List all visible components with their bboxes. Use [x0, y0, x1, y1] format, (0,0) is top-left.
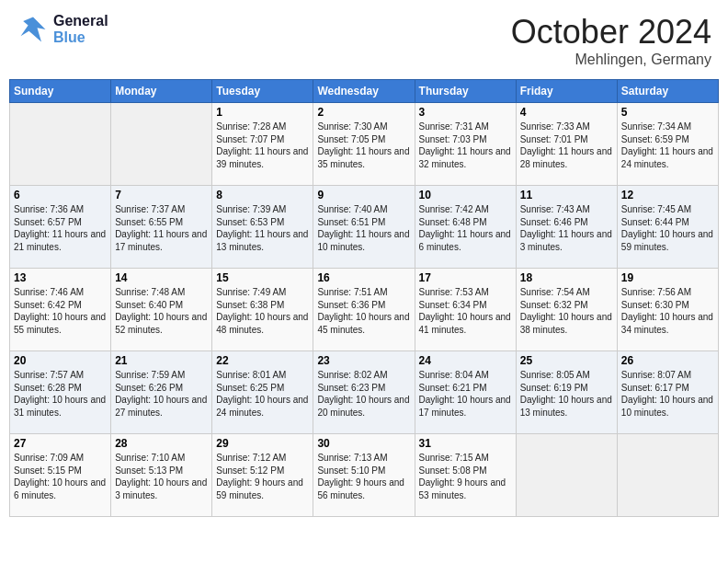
day-info: Sunrise: 7:51 AMSunset: 6:36 PMDaylight:… — [317, 286, 410, 336]
calendar-body: 1Sunrise: 7:28 AMSunset: 7:07 PMDaylight… — [10, 103, 719, 517]
table-row: 4Sunrise: 7:33 AMSunset: 7:01 PMDaylight… — [516, 103, 617, 186]
day-info: Sunrise: 7:46 AMSunset: 6:42 PMDaylight:… — [14, 286, 107, 336]
day-number: 16 — [317, 271, 410, 284]
svg-marker-0 — [21, 17, 46, 42]
table-row: 28Sunrise: 7:10 AMSunset: 5:13 PMDayligh… — [111, 434, 212, 517]
table-row: 6Sunrise: 7:36 AMSunset: 6:57 PMDaylight… — [10, 186, 111, 269]
week-row-1: 1Sunrise: 7:28 AMSunset: 7:07 PMDaylight… — [10, 103, 719, 186]
table-row: 12Sunrise: 7:45 AMSunset: 6:44 PMDayligh… — [617, 186, 718, 269]
day-info: Sunrise: 7:30 AMSunset: 7:05 PMDaylight:… — [317, 121, 410, 170]
day-number: 7 — [115, 189, 208, 201]
table-row: 9Sunrise: 7:40 AMSunset: 6:51 PMDaylight… — [313, 186, 415, 269]
day-number: 26 — [621, 354, 714, 367]
day-info: Sunrise: 8:04 AMSunset: 6:21 PMDaylight:… — [419, 369, 512, 419]
week-row-5: 27Sunrise: 7:09 AMSunset: 5:15 PMDayligh… — [10, 434, 719, 517]
col-friday: Friday — [516, 80, 617, 103]
day-number: 27 — [14, 437, 107, 450]
day-number: 4 — [520, 106, 613, 119]
day-number: 1 — [216, 106, 309, 119]
day-info: Sunrise: 7:34 AMSunset: 6:59 PMDaylight:… — [621, 121, 714, 170]
day-info: Sunrise: 7:39 AMSunset: 6:53 PMDaylight:… — [216, 203, 309, 253]
table-row: 24Sunrise: 8:04 AMSunset: 6:21 PMDayligh… — [415, 351, 516, 434]
day-info: Sunrise: 7:28 AMSunset: 7:07 PMDaylight:… — [216, 121, 309, 170]
day-number: 25 — [520, 354, 613, 367]
day-info: Sunrise: 7:40 AMSunset: 6:51 PMDaylight:… — [317, 203, 410, 253]
day-info: Sunrise: 7:48 AMSunset: 6:40 PMDaylight:… — [115, 286, 208, 336]
day-info: Sunrise: 7:42 AMSunset: 6:48 PMDaylight:… — [419, 203, 512, 253]
table-row — [617, 434, 718, 517]
location-subtitle: Mehlingen, Germany — [511, 52, 711, 68]
day-info: Sunrise: 7:31 AMSunset: 7:03 PMDaylight:… — [419, 121, 512, 170]
day-info: Sunrise: 7:56 AMSunset: 6:30 PMDaylight:… — [621, 286, 714, 336]
week-row-4: 20Sunrise: 7:57 AMSunset: 6:28 PMDayligh… — [10, 351, 719, 434]
table-row: 25Sunrise: 8:05 AMSunset: 6:19 PMDayligh… — [516, 351, 617, 434]
logo: General Blue — [17, 13, 108, 46]
day-number: 15 — [216, 271, 309, 284]
day-number: 23 — [317, 354, 410, 367]
day-number: 13 — [14, 271, 107, 284]
table-row: 2Sunrise: 7:30 AMSunset: 7:05 PMDaylight… — [313, 103, 415, 186]
table-row: 7Sunrise: 7:37 AMSunset: 6:55 PMDaylight… — [111, 186, 212, 269]
day-number: 5 — [621, 106, 714, 119]
calendar-header: Sunday Monday Tuesday Wednesday Thursday… — [10, 80, 719, 103]
table-row — [516, 434, 617, 517]
day-info: Sunrise: 7:33 AMSunset: 7:01 PMDaylight:… — [520, 121, 613, 170]
calendar-table: Sunday Monday Tuesday Wednesday Thursday… — [9, 79, 719, 517]
table-row: 16Sunrise: 7:51 AMSunset: 6:36 PMDayligh… — [313, 269, 415, 351]
day-info: Sunrise: 8:05 AMSunset: 6:19 PMDaylight:… — [520, 369, 613, 419]
col-monday: Monday — [111, 80, 212, 103]
day-info: Sunrise: 8:01 AMSunset: 6:25 PMDaylight:… — [216, 369, 309, 419]
table-row: 29Sunrise: 7:12 AMSunset: 5:12 PMDayligh… — [212, 434, 313, 517]
table-row: 13Sunrise: 7:46 AMSunset: 6:42 PMDayligh… — [10, 269, 111, 351]
table-row: 27Sunrise: 7:09 AMSunset: 5:15 PMDayligh… — [10, 434, 111, 517]
day-info: Sunrise: 7:59 AMSunset: 6:26 PMDaylight:… — [115, 369, 208, 419]
header-row: Sunday Monday Tuesday Wednesday Thursday… — [10, 80, 719, 103]
day-info: Sunrise: 7:45 AMSunset: 6:44 PMDaylight:… — [621, 203, 714, 253]
table-row: 19Sunrise: 7:56 AMSunset: 6:30 PMDayligh… — [617, 269, 718, 351]
day-info: Sunrise: 7:49 AMSunset: 6:38 PMDaylight:… — [216, 286, 309, 336]
day-number: 19 — [621, 271, 714, 284]
col-wednesday: Wednesday — [313, 80, 415, 103]
day-info: Sunrise: 7:12 AMSunset: 5:12 PMDaylight:… — [216, 452, 309, 501]
day-number: 11 — [520, 189, 613, 201]
day-number: 22 — [216, 354, 309, 367]
table-row: 10Sunrise: 7:42 AMSunset: 6:48 PMDayligh… — [415, 186, 516, 269]
table-row: 21Sunrise: 7:59 AMSunset: 6:26 PMDayligh… — [111, 351, 212, 434]
day-number: 6 — [14, 189, 107, 201]
day-number: 21 — [115, 354, 208, 367]
table-row: 3Sunrise: 7:31 AMSunset: 7:03 PMDaylight… — [415, 103, 516, 186]
day-number: 2 — [317, 106, 410, 119]
page-header: General Blue October 2024 Mehlingen, Ger… — [9, 9, 719, 72]
table-row: 8Sunrise: 7:39 AMSunset: 6:53 PMDaylight… — [212, 186, 313, 269]
day-number: 24 — [419, 354, 512, 367]
day-info: Sunrise: 7:10 AMSunset: 5:13 PMDaylight:… — [115, 452, 208, 501]
table-row: 31Sunrise: 7:15 AMSunset: 5:08 PMDayligh… — [415, 434, 516, 517]
logo-bird-icon — [17, 13, 50, 46]
logo-general-text: General — [53, 13, 108, 29]
day-number: 18 — [520, 271, 613, 284]
col-saturday: Saturday — [617, 80, 718, 103]
day-info: Sunrise: 7:37 AMSunset: 6:55 PMDaylight:… — [115, 203, 208, 253]
col-tuesday: Tuesday — [212, 80, 313, 103]
day-info: Sunrise: 8:07 AMSunset: 6:17 PMDaylight:… — [621, 369, 714, 419]
day-info: Sunrise: 8:02 AMSunset: 6:23 PMDaylight:… — [317, 369, 410, 419]
day-info: Sunrise: 7:57 AMSunset: 6:28 PMDaylight:… — [14, 369, 107, 419]
table-row: 11Sunrise: 7:43 AMSunset: 6:46 PMDayligh… — [516, 186, 617, 269]
day-info: Sunrise: 7:53 AMSunset: 6:34 PMDaylight:… — [419, 286, 512, 336]
table-row: 23Sunrise: 8:02 AMSunset: 6:23 PMDayligh… — [313, 351, 415, 434]
day-info: Sunrise: 7:15 AMSunset: 5:08 PMDaylight:… — [419, 452, 512, 501]
day-number: 29 — [216, 437, 309, 450]
day-number: 9 — [317, 189, 410, 201]
day-number: 20 — [14, 354, 107, 367]
day-number: 28 — [115, 437, 208, 450]
day-info: Sunrise: 7:09 AMSunset: 5:15 PMDaylight:… — [14, 452, 107, 501]
day-info: Sunrise: 7:36 AMSunset: 6:57 PMDaylight:… — [14, 203, 107, 253]
col-sunday: Sunday — [10, 80, 111, 103]
table-row: 30Sunrise: 7:13 AMSunset: 5:10 PMDayligh… — [313, 434, 415, 517]
table-row: 22Sunrise: 8:01 AMSunset: 6:25 PMDayligh… — [212, 351, 313, 434]
table-row: 15Sunrise: 7:49 AMSunset: 6:38 PMDayligh… — [212, 269, 313, 351]
week-row-2: 6Sunrise: 7:36 AMSunset: 6:57 PMDaylight… — [10, 186, 719, 269]
table-row: 5Sunrise: 7:34 AMSunset: 6:59 PMDaylight… — [617, 103, 718, 186]
col-thursday: Thursday — [415, 80, 516, 103]
table-row: 1Sunrise: 7:28 AMSunset: 7:07 PMDaylight… — [212, 103, 313, 186]
